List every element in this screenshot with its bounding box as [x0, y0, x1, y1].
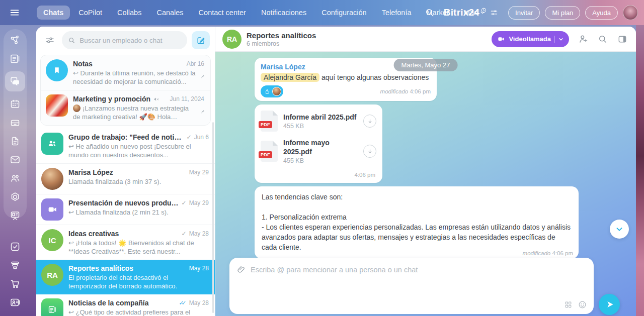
mention-chip[interactable]: Alejandra García: [261, 73, 319, 82]
tab-notificaciones[interactable]: Notificaciones: [255, 6, 313, 20]
equalizer-icon[interactable]: [490, 9, 498, 17]
download-button[interactable]: [363, 145, 376, 158]
my-plan-button[interactable]: Mi plan: [545, 6, 580, 20]
file-name[interactable]: Informe abril 2025.pdf: [283, 113, 356, 122]
chat-date: Abr 16: [187, 60, 204, 67]
file-name[interactable]: Informe mayo 2025.pdf: [283, 138, 358, 156]
hamburger-menu-icon[interactable]: [9, 7, 21, 19]
global-search-icon[interactable]: [424, 7, 436, 19]
emoji-icon[interactable]: [578, 300, 587, 309]
chat-avatar[interactable]: RA: [222, 30, 242, 49]
whiteboard-icon[interactable]: [5, 209, 25, 222]
chat-list-item-marketing[interactable]: Marketing y promoción Jun 11, 2024 ¡Lanz…: [41, 90, 210, 125]
file-size: 455 KB: [283, 123, 356, 130]
download-button[interactable]: [363, 115, 376, 128]
help-button[interactable]: Ayuda: [585, 6, 618, 20]
network-icon[interactable]: [5, 34, 25, 46]
bookmark-icon: [52, 65, 62, 75]
send-button[interactable]: [599, 294, 620, 315]
avatar-initials: IC: [49, 236, 56, 245]
tasks-icon[interactable]: [5, 241, 25, 253]
feed-icon[interactable]: [5, 53, 25, 65]
clock-icon: [481, 8, 487, 13]
noticias-avatar: [41, 298, 63, 316]
reaction-pill[interactable]: [261, 85, 283, 97]
ideas-avatar: IC: [41, 229, 63, 251]
chat-preview: ↩ Llamada finalizada (2 min 21 s).: [68, 208, 209, 217]
drive-icon[interactable]: [5, 117, 25, 129]
contacts-icon[interactable]: [5, 296, 25, 308]
message-time: 4:06 pm: [261, 171, 376, 180]
message-meta: modificado 4:06 pm: [523, 250, 573, 256]
compose-icon: [196, 36, 206, 45]
crm-icon[interactable]: [5, 191, 25, 203]
chat-preview: Llamada finalizada (3 min 37 s).: [68, 178, 209, 186]
tab-copilot[interactable]: CoPilot: [72, 6, 109, 20]
store-icon[interactable]: [5, 278, 25, 290]
chat-preview: ¡Lanzamos nuestra nueva estrategia de ma…: [73, 104, 204, 121]
tab-canales[interactable]: Canales: [150, 6, 190, 20]
chats-icon[interactable]: [5, 71, 25, 91]
scroll-to-bottom-button[interactable]: [610, 220, 629, 239]
video-call-button[interactable]: Videollamada: [492, 31, 569, 47]
chat-list-panel: Notas Abr 16 ↩ Durante la última reunión…: [36, 27, 215, 316]
bitrix24-logo[interactable]: Bitrix24: [444, 7, 498, 18]
sites-icon[interactable]: [5, 259, 25, 271]
file-attachment[interactable]: PDF Informe abril 2025.pdf 455 KB: [261, 111, 376, 132]
videocam-icon: [497, 35, 505, 43]
tab-collabs[interactable]: Collabs: [111, 6, 148, 20]
chat-list-item-reportes[interactable]: RA Reportes analíticos May 28 El propiet…: [36, 260, 215, 294]
search-in-chat-icon[interactable]: [597, 34, 608, 45]
chat-list-item-marisa[interactable]: Marisa López May 29 Llamada finalizada (…: [36, 163, 215, 194]
chat-list-item-noticias[interactable]: Noticias de la compañía ✓✓ May 28 ↩ ¿Qué…: [36, 294, 215, 316]
video-call-label: Videollamada: [509, 35, 551, 43]
chat-search-input[interactable]: [79, 37, 181, 44]
wallpaper-strip: [636, 25, 644, 316]
tab-configuracion[interactable]: Configuración: [315, 6, 373, 20]
reportes-avatar: RA: [41, 264, 63, 286]
grupo-avatar: [41, 133, 63, 155]
notas-avatar: [46, 59, 68, 81]
pin-icon: [199, 73, 205, 79]
chat-title[interactable]: Reportes analíticos: [247, 31, 316, 40]
group-icon: [47, 138, 58, 149]
sidebar-toggle-icon[interactable]: [617, 34, 628, 45]
videocam-icon: [47, 204, 58, 215]
read-check-double: ✓✓: [179, 299, 187, 306]
tab-chats[interactable]: Chats: [37, 6, 70, 20]
pin-icon: [199, 109, 205, 115]
invite-button[interactable]: Invitar: [508, 6, 540, 20]
chat-list-item-notas[interactable]: Notas Abr 16 ↩ Durante la última reunión…: [41, 55, 210, 90]
chat-preview: ↩ ¿Qué tipo de actividad prefieres para …: [68, 308, 209, 316]
calendar-icon[interactable]: [5, 98, 25, 110]
scrollbar[interactable]: [212, 122, 214, 313]
presentacion-avatar: [41, 198, 63, 221]
team-icon[interactable]: [5, 172, 25, 184]
attach-icon[interactable]: [236, 265, 246, 274]
compose-button[interactable]: [192, 31, 210, 49]
mail-icon[interactable]: [5, 154, 25, 166]
tab-contact-center[interactable]: Contact center: [192, 6, 253, 20]
chat-preview: ↩ Durante la última reunión, se destacó …: [73, 69, 204, 86]
chat-pane: RA Reportes analíticos 6 miembros Videol…: [215, 27, 636, 316]
chevron-down-icon[interactable]: [558, 37, 564, 42]
reaction-avatar: [272, 87, 281, 96]
chat-title: Marketing y promoción: [73, 94, 150, 103]
chat-list-item-grupo[interactable]: Grupo de trabajo: "Feed de notici... ✓ J…: [36, 129, 215, 163]
chat-list-item-ideas[interactable]: IC Ideas creativas ✓ May 28 ↩ ¡Hola a to…: [36, 225, 215, 260]
message-input[interactable]: [251, 266, 586, 274]
apps-grid-icon[interactable]: [564, 300, 573, 309]
documents-icon[interactable]: [5, 135, 25, 147]
newspaper-icon: [47, 304, 58, 315]
chat-search[interactable]: [62, 31, 187, 49]
chat-preview: ↩ ¡Hola a todos! 🌟 Bienvenidos al chat d…: [68, 239, 209, 256]
chat-list-item-presentacion[interactable]: Presentación de nuevos product... ✓ May …: [36, 194, 215, 225]
file-attachment[interactable]: PDF Informe mayo 2025.pdf 455 KB: [261, 138, 376, 164]
chat-preview: El propietario del chat desactivó el tem…: [68, 274, 209, 290]
user-avatar[interactable]: [623, 5, 638, 20]
divider: [554, 36, 555, 43]
tab-telefonia[interactable]: Telefonía: [375, 6, 418, 20]
chat-members-count[interactable]: 6 miembros: [247, 40, 316, 47]
add-member-icon[interactable]: [578, 34, 589, 45]
filter-icon[interactable]: [42, 33, 57, 48]
